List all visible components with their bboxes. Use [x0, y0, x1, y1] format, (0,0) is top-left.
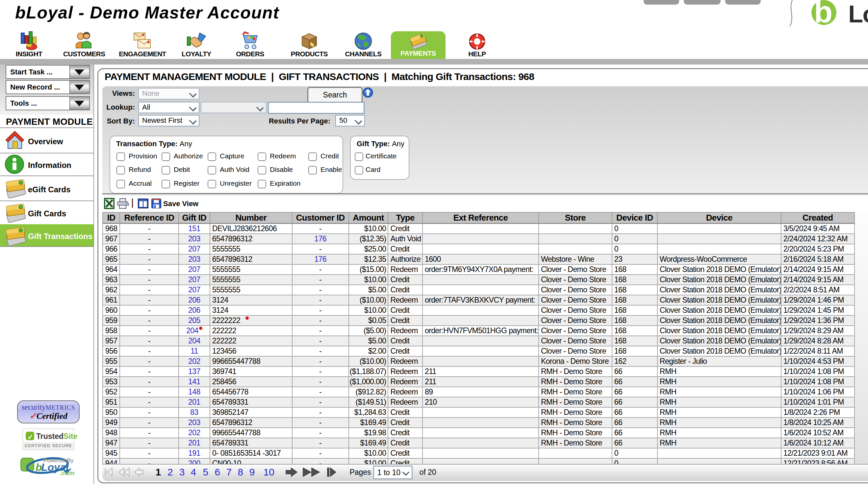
svg-text:.com: .com	[60, 469, 74, 476]
svg-text:Lo: Lo	[848, 0, 868, 26]
svg-text:b: b	[814, 0, 833, 26]
